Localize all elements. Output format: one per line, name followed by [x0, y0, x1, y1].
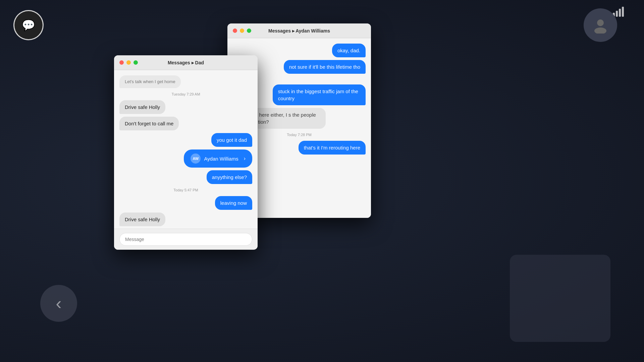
suggestion-avatar: AW: [191, 154, 201, 164]
window-title-dad: Messages ▸ Dad: [168, 60, 204, 65]
titlebar-dad: Messages ▸ Dad: [114, 55, 258, 70]
list-item: that's it I'm rerouting here: [299, 141, 366, 155]
avatar: [584, 8, 617, 42]
list-item: you got it dad: [211, 133, 252, 147]
list-item: stuck in the biggest traffic jam of the …: [273, 84, 366, 105]
messages-list-dad: Let's talk when I get home Tuesday 7:29 …: [114, 70, 258, 229]
signal-bar-3: [619, 9, 621, 17]
traffic-lights-dad: [119, 60, 138, 65]
traffic-lights-aydan: [233, 28, 251, 33]
traffic-light-yellow-2[interactable]: [240, 28, 244, 33]
window-dad: Messages ▸ Dad Let's talk when I get hom…: [114, 55, 258, 250]
traffic-light-yellow[interactable]: [126, 60, 131, 65]
svg-point-1: [594, 27, 606, 34]
list-item: Let's talk when I get home: [119, 75, 181, 88]
signal-bars: [613, 7, 624, 17]
traffic-light-green[interactable]: [133, 60, 138, 65]
list-item: anyything else?: [207, 170, 252, 184]
timestamp-tuesday: Tuesday 7:29 AM: [119, 92, 252, 96]
signal-bar-4: [622, 7, 624, 17]
message-input-dad[interactable]: [119, 233, 252, 246]
timestamp-today: Today 5:47 PM: [119, 188, 252, 192]
signal-bar-2: [616, 11, 618, 17]
traffic-light-red-2[interactable]: [233, 28, 237, 33]
list-item: Drive safe Holly: [119, 213, 165, 226]
svg-point-0: [597, 19, 604, 26]
list-item: leaving now: [215, 196, 252, 210]
app-icon[interactable]: 💬: [13, 10, 44, 40]
window-title-aydan: Messages ▸ Aydan Williams: [268, 28, 330, 34]
bg-decoration-right: // Will render via inline style: [510, 255, 610, 342]
list-item: Don't forget to call me: [119, 117, 179, 130]
chevron-right-icon: ›: [244, 156, 246, 162]
back-arrow-icon: ‹: [56, 295, 61, 312]
traffic-light-red[interactable]: [119, 60, 124, 65]
titlebar-aydan: Messages ▸ Aydan Williams: [227, 23, 371, 38]
message-input-bar-dad: [114, 229, 258, 250]
back-button[interactable]: ‹: [40, 285, 77, 322]
list-item: not sure if it'll be this lifetime tho: [284, 60, 366, 74]
app-icon-symbol: 💬: [22, 19, 35, 32]
traffic-light-green-2[interactable]: [247, 28, 251, 33]
aydan-suggestion[interactable]: AW Aydan Williams ›: [184, 149, 252, 168]
list-item: okay, dad.: [332, 44, 366, 57]
list-item: Drive safe Holly: [119, 100, 165, 114]
